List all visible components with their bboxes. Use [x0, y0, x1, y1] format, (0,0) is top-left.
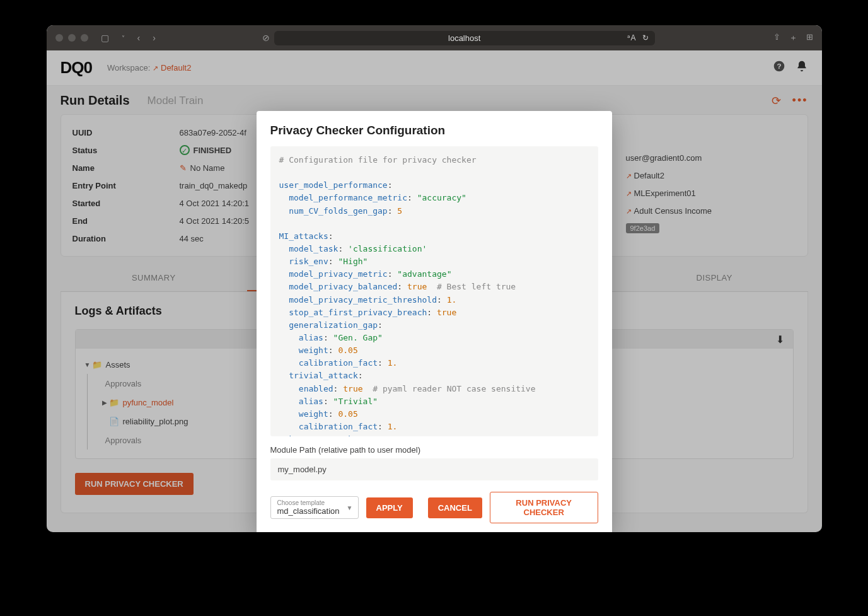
template-select[interactable]: Choose template md_classification ▼ [270, 496, 359, 519]
maximize-window-icon[interactable] [81, 34, 88, 42]
reload-icon[interactable]: ↻ [642, 33, 649, 42]
new-tab-icon[interactable]: ＋ [789, 32, 797, 44]
apply-button[interactable]: APPLY [366, 497, 413, 518]
module-path-label: Module Path (relative path to user model… [270, 445, 598, 455]
traffic-lights [55, 34, 88, 42]
minimize-window-icon[interactable] [68, 34, 76, 42]
cancel-button[interactable]: CANCEL [428, 497, 482, 518]
chevron-down-icon: ▼ [347, 504, 353, 511]
modal-title: Privacy Checker Configuration [270, 124, 598, 137]
tabs-icon[interactable]: ⊞ [806, 32, 813, 44]
share-icon[interactable]: ⇧ [773, 32, 780, 44]
chevron-down-icon[interactable]: ˅ [122, 35, 125, 42]
shield-icon[interactable]: ⊘ [262, 33, 270, 43]
config-code[interactable]: # Configuration file for privacy checker… [270, 146, 598, 436]
privacy-checker-modal: Privacy Checker Configuration # Configur… [257, 111, 612, 532]
browser-window: ▢ ˅ ‹ › localhost ᵃA ↻ ⊘ ⇧ ＋ ⊞ DQ0 Works… [47, 25, 822, 532]
close-window-icon[interactable] [55, 34, 63, 42]
run-privacy-checker-modal-button[interactable]: RUN PRIVACY CHECKER [490, 492, 598, 523]
modal-scrim[interactable]: Privacy Checker Configuration # Configur… [47, 50, 822, 532]
url-text: localhost [286, 33, 644, 43]
module-path-input[interactable] [270, 458, 598, 480]
sidebar-toggle-icon[interactable]: ▢ [101, 33, 109, 43]
back-icon[interactable]: ‹ [137, 33, 141, 43]
forward-icon[interactable]: › [153, 33, 156, 43]
browser-titlebar: ▢ ˅ ‹ › localhost ᵃA ↻ ⊘ ⇧ ＋ ⊞ [47, 25, 822, 50]
translate-icon[interactable]: ᵃA [627, 33, 635, 42]
url-bar[interactable]: localhost ᵃA ↻ [274, 31, 655, 45]
